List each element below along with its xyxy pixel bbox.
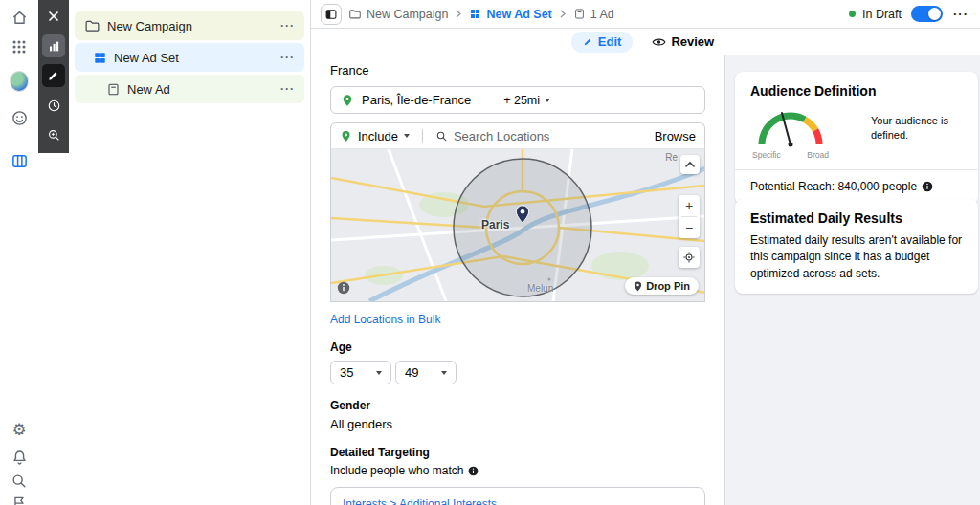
location-map[interactable]: Paris Melun Re + − Drop Pin xyxy=(330,148,705,302)
close-icon[interactable] xyxy=(42,5,65,28)
zoom-search-icon[interactable] xyxy=(42,123,65,146)
search-icon[interactable] xyxy=(10,472,29,491)
radius-dropdown[interactable]: + 25mi xyxy=(503,94,550,107)
adset-grid-icon xyxy=(93,51,107,65)
info-icon[interactable] xyxy=(468,466,479,476)
columns-table-icon[interactable] xyxy=(10,151,29,170)
campaign-tree-panel: New Campaign ··· New Ad Set ··· New Ad ·… xyxy=(69,0,311,505)
publish-toggle[interactable] xyxy=(911,6,943,22)
folder-icon xyxy=(348,8,362,21)
breadcrumb-label: 1 Ad xyxy=(590,8,614,21)
apps-grid-icon[interactable] xyxy=(10,37,29,56)
more-menu-icon[interactable]: ··· xyxy=(280,83,295,95)
age-max-select[interactable]: 49 xyxy=(395,361,457,384)
include-dropdown-label: Include xyxy=(358,129,398,143)
audience-definition-card: Audience Definition Specific Broad Your … xyxy=(735,72,978,205)
age-range-row: 35 49 xyxy=(330,361,705,384)
draft-status-label: In Draft xyxy=(862,8,902,21)
search-locations-input[interactable] xyxy=(454,129,597,143)
more-menu-icon[interactable]: ··· xyxy=(953,8,969,20)
history-clock-icon[interactable] xyxy=(42,94,65,117)
audience-card-title: Audience Definition xyxy=(750,83,963,99)
tree-item-label: New Campaign xyxy=(107,19,192,33)
flag-icon[interactable] xyxy=(10,494,29,505)
map-collapse-chevron-icon[interactable] xyxy=(680,155,700,174)
age-max-value: 49 xyxy=(405,365,418,380)
pencil-icon xyxy=(583,36,593,47)
age-label: Age xyxy=(330,340,705,354)
breadcrumb-label: New Campaign xyxy=(367,8,448,21)
location-pill[interactable]: Paris, Île-de-France + 25mi xyxy=(330,86,705,114)
potential-reach-row: Potential Reach: 840,000 people xyxy=(750,170,963,193)
targeting-category-link[interactable]: Interests > Additional Interests xyxy=(343,497,693,505)
map-center-pin-icon xyxy=(515,205,530,224)
tab-bar: Edit Review xyxy=(311,29,980,55)
map-corner-label: Re xyxy=(665,152,678,163)
smiley-icon[interactable] xyxy=(10,108,29,127)
home-icon[interactable] xyxy=(10,8,29,27)
tab-edit[interactable]: Edit xyxy=(571,32,634,53)
drop-pin-label: Drop Pin xyxy=(646,280,690,292)
info-icon[interactable] xyxy=(922,181,933,192)
audience-gauge-row: Specific Broad Your audience is defined. xyxy=(750,106,963,160)
caret-down-icon xyxy=(545,99,550,102)
map-town-label: Melun xyxy=(527,283,553,294)
chart-icon[interactable] xyxy=(42,34,65,57)
zoom-in-button[interactable]: + xyxy=(679,195,700,216)
pencil-edit-icon[interactable] xyxy=(42,64,65,87)
more-menu-icon[interactable]: ··· xyxy=(280,52,295,63)
zoom-out-button[interactable]: − xyxy=(679,217,700,238)
tab-edit-label: Edit xyxy=(598,34,622,49)
browse-link[interactable]: Browse xyxy=(655,129,696,143)
chevron-right-icon xyxy=(559,10,567,18)
age-min-value: 35 xyxy=(340,365,353,380)
tree-item-label: New Ad xyxy=(127,82,170,97)
location-pin-icon xyxy=(341,94,354,107)
age-min-select[interactable]: 35 xyxy=(330,361,391,384)
drop-pin-button[interactable]: Drop Pin xyxy=(625,277,699,295)
ad-page-icon xyxy=(106,82,121,97)
gender-value: All genders xyxy=(330,417,705,431)
results-card-title: Estimated Daily Results xyxy=(750,210,963,226)
estimated-daily-results-card: Estimated Daily Results Estimated daily … xyxy=(735,199,978,294)
potential-reach-text: Potential Reach: 840,000 people xyxy=(750,180,917,193)
more-menu-icon[interactable]: ··· xyxy=(280,20,295,32)
panel-toggle-icon[interactable] xyxy=(321,4,342,25)
tree-item-campaign[interactable]: New Campaign ··· xyxy=(75,11,304,40)
chevron-right-icon xyxy=(455,10,462,18)
tab-review[interactable]: Review xyxy=(646,34,720,49)
locate-me-button[interactable] xyxy=(679,247,700,268)
tab-review-label: Review xyxy=(671,34,714,49)
gender-label: Gender xyxy=(330,399,705,412)
app-rail: ⚙ xyxy=(0,0,38,505)
breadcrumb-adset[interactable]: New Ad Set xyxy=(469,8,551,21)
targeting-sub-label: Include people who match xyxy=(330,464,463,477)
breadcrumb-ad[interactable]: 1 Ad xyxy=(573,8,614,21)
adset-form-pane: France Paris, Île-de-France + 25mi Inclu… xyxy=(311,55,725,505)
draft-status-dot xyxy=(849,11,856,17)
search-icon xyxy=(435,130,448,143)
targeting-sub-row: Include people who match xyxy=(330,464,705,477)
map-info-icon[interactable] xyxy=(337,281,350,295)
gauge-broad-label: Broad xyxy=(807,150,829,160)
main-area: New Campaign New Ad Set 1 Ad In Draft ··… xyxy=(311,0,980,505)
add-locations-bulk-link[interactable]: Add Locations in Bulk xyxy=(330,313,705,326)
map-zoom-controls: + − xyxy=(679,195,700,238)
adset-grid-icon xyxy=(469,8,481,20)
audience-status-text: Your audience is defined. xyxy=(871,106,963,160)
notifications-bell-icon[interactable] xyxy=(10,448,29,467)
location-name: Paris, Île-de-France xyxy=(362,93,471,107)
edit-toolstrip xyxy=(38,0,69,153)
settings-gear-icon[interactable]: ⚙ xyxy=(10,420,29,439)
divider xyxy=(422,129,423,143)
country-label: France xyxy=(330,63,705,77)
breadcrumb-campaign[interactable]: New Campaign xyxy=(348,8,448,21)
tree-item-adset[interactable]: New Ad Set ··· xyxy=(75,43,304,72)
map-city-label: Paris xyxy=(481,218,509,231)
caret-down-icon xyxy=(441,371,447,375)
results-card-body: Estimated daily results aren't available… xyxy=(750,232,963,282)
tree-item-ad[interactable]: New Ad ··· xyxy=(75,75,304,103)
avatar[interactable] xyxy=(10,72,29,91)
folder-icon xyxy=(84,18,100,34)
caret-down-icon[interactable] xyxy=(404,134,410,138)
